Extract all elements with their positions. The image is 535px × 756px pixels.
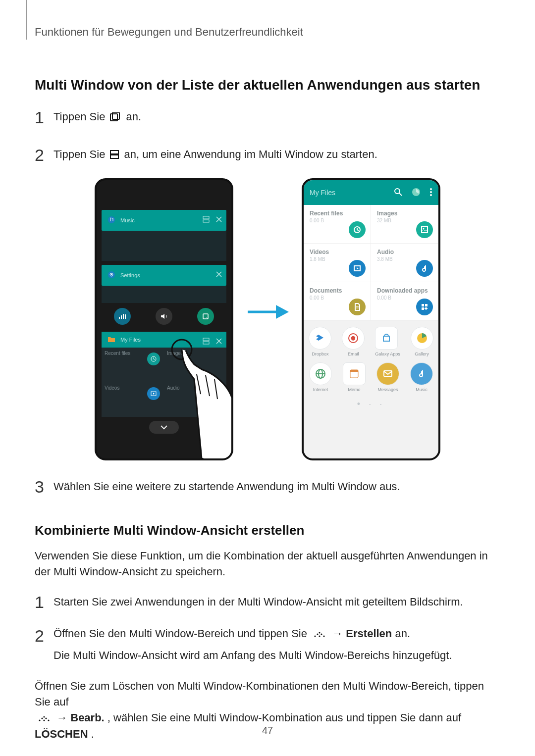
phone-left: Music Settings (95, 178, 233, 460)
recent-icon (349, 221, 366, 238)
storage-icon (412, 188, 421, 198)
svg-point-47 (43, 716, 45, 717)
svg-point-17 (395, 189, 400, 194)
svg-rect-28 (425, 304, 428, 306)
music-card: Music (102, 210, 226, 231)
audio-icon (416, 260, 433, 277)
illustration-row: Music Settings (35, 178, 500, 460)
s2-step1-number: 1 (35, 594, 54, 610)
video-icon (349, 260, 366, 277)
galaxy-apps-icon (375, 327, 398, 350)
tray-handle-icon (38, 710, 51, 726)
outro-arrow: → (56, 711, 70, 724)
svg-point-45 (39, 719, 40, 721)
memo-icon (343, 362, 366, 385)
svg-rect-37 (350, 370, 358, 372)
category-grid: Recent files0.00 B Images32 MB Videos1.8… (304, 205, 438, 321)
gear-icon (107, 271, 115, 280)
split-window-icon (203, 338, 210, 345)
chapter-title: Funktionen für Bewegungen und Benutzerfr… (35, 26, 500, 39)
files-recent: Recent files (102, 348, 164, 382)
svg-point-22 (430, 194, 432, 196)
myfiles-header: My Files (304, 180, 438, 205)
files-images: Images (164, 348, 226, 382)
svg-point-44 (319, 635, 321, 637)
messages-icon (376, 362, 399, 385)
svg-rect-12 (203, 342, 209, 344)
step1-text: Tippen Sie an. (54, 110, 141, 124)
step3-text: Wählen Sie eine weitere zu startende Anw… (54, 480, 400, 493)
svg-rect-2 (110, 151, 118, 154)
tray-handle-icon (313, 628, 326, 641)
svg-point-25 (423, 228, 425, 230)
cat-images: Images32 MB (371, 205, 438, 244)
svg-point-46 (41, 717, 43, 719)
galaxy-label: Galaxy Apps (375, 352, 400, 356)
signal-icon (114, 308, 131, 325)
files-audio: Audio (164, 382, 226, 417)
page-number: 47 (0, 725, 535, 736)
cat-videos: Videos1.8 MB (304, 244, 371, 282)
messages-label: Messages (376, 387, 399, 392)
section2-intro: Verwenden Sie diese Funktion, um die Kom… (35, 548, 500, 580)
svg-rect-6 (203, 220, 209, 222)
svg-point-20 (430, 188, 432, 190)
svg-rect-11 (203, 338, 209, 341)
sound-icon (156, 308, 172, 325)
svg-rect-3 (110, 155, 118, 158)
svg-point-9 (111, 274, 112, 275)
step2-number: 2 (35, 147, 54, 163)
svg-point-50 (43, 719, 45, 721)
section1-heading: Multi Window von der Liste der aktuellen… (35, 77, 500, 93)
memo-label: Memo (343, 387, 366, 392)
cat-audio: Audio3.8 MB (371, 244, 438, 282)
split-window-icon (203, 216, 210, 223)
music-label: Music (120, 217, 135, 223)
s2-step2-number: 2 (35, 627, 54, 644)
outro-mid: , wählen Sie eine Multi Window-Kombinati… (107, 711, 461, 724)
page-indicator-dots: • · · (304, 399, 438, 409)
internet-label: Internet (309, 387, 332, 392)
outro-pre: Öffnen Sie zum Löschen von Multi Window-… (35, 680, 484, 708)
image-icon (416, 221, 433, 238)
music-app-icon (410, 362, 433, 385)
svg-point-42 (321, 633, 322, 635)
s2-step1-text: Starten Sie zwei Anwendungen in der Mult… (54, 596, 463, 608)
cat-recent: Recent files0.00 B (304, 205, 371, 244)
svg-rect-5 (203, 216, 209, 219)
dropbox-label: Dropbox (309, 352, 331, 356)
close-icon (215, 271, 222, 278)
settings-body (102, 286, 226, 303)
video-icon (147, 387, 160, 400)
cat-documents: Documents0.00 B (304, 282, 371, 321)
shortcut-row-1: Dropbox Email Galaxy Apps Gallery (304, 327, 438, 356)
step2-post: an, um eine Anwendung im Multi Window zu… (124, 148, 377, 160)
phone-right: My Files Recent files0.00 B Images32 MB (302, 178, 440, 460)
gallery-icon (411, 327, 433, 350)
chevron-down-icon (149, 421, 179, 434)
s2-step2-bold: Erstellen (346, 627, 392, 640)
step2-pre: Tippen Sie (54, 148, 108, 160)
email-label: Email (342, 352, 365, 356)
quick-row (102, 308, 226, 325)
svg-point-4 (108, 216, 115, 223)
recent-icon (147, 353, 160, 365)
s2-step2-sub: Die Multi Window-Ansicht wird am Anfang … (54, 648, 452, 663)
email-icon (342, 327, 365, 350)
settings-card: Settings (102, 265, 226, 286)
step3-number: 3 (35, 478, 54, 495)
svg-point-48 (45, 717, 47, 719)
gallery-label: Gallery (411, 352, 433, 356)
search-icon (394, 188, 403, 198)
shortcut-row-2: Internet Memo Messages Music (304, 362, 438, 392)
step1-post: an. (126, 110, 142, 123)
recent-apps-icon (110, 111, 121, 124)
s2-step2-pre: Öffnen Sie den Multi Window-Bereich und … (54, 627, 310, 640)
close-icon (215, 216, 222, 223)
section2-heading: Kombinierte Multi Window-Ansicht erstell… (35, 523, 500, 538)
svg-rect-24 (422, 227, 428, 233)
svg-rect-29 (422, 307, 424, 310)
internet-icon (309, 362, 332, 385)
arrow-right-icon (245, 302, 290, 322)
close-icon (215, 338, 222, 345)
